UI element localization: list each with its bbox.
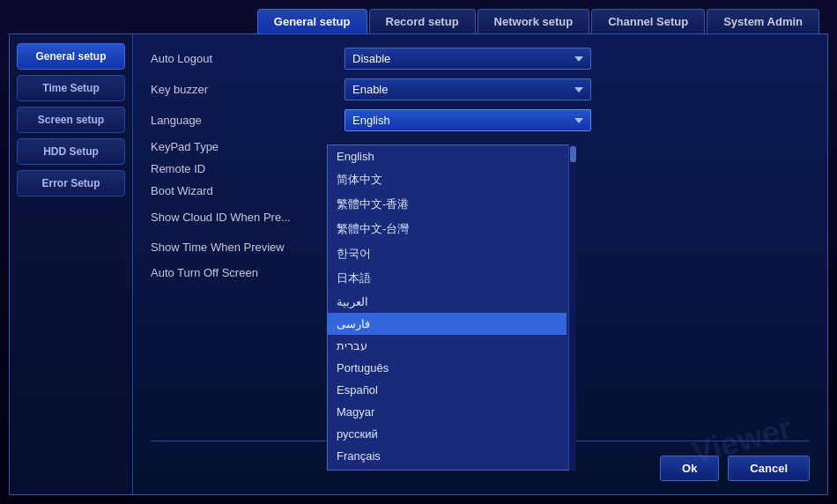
key-buzzer-row: Key buzzer Enable [151, 78, 810, 100]
tab-network[interactable]: Network setup [478, 9, 590, 33]
lang-option-14[interactable]: Deutsch [328, 467, 567, 471]
lang-option-12[interactable]: русский [328, 423, 567, 445]
tab-sysadmin[interactable]: System Admin [707, 9, 819, 33]
lang-list-wrapper: English简体中文繁體中文-香港繁體中文-台灣한국어日本語العربيةفا… [327, 145, 576, 471]
auto-logout-row: Auto Logout Disable [151, 48, 810, 70]
key-buzzer-control: Enable [344, 78, 810, 100]
lang-option-4[interactable]: 한국어 [328, 241, 567, 266]
lang-option-7[interactable]: فارسی [328, 313, 567, 335]
sidebar: General setup Time Setup Screen setup HD… [10, 34, 133, 494]
show-time-label: Show Time When Preview [151, 241, 344, 254]
auto-logout-label: Auto Logout [151, 52, 344, 65]
lang-option-5[interactable]: 日本語 [328, 266, 567, 291]
scrollbar-track [568, 145, 576, 471]
key-buzzer-dropdown-arrow [574, 87, 583, 93]
lang-option-9[interactable]: Português [328, 357, 567, 379]
sidebar-item-general[interactable]: General setup [17, 43, 125, 70]
language-dropdown[interactable]: English [344, 109, 591, 131]
main-content: General setup Time Setup Screen setup HD… [9, 33, 828, 495]
lang-option-0[interactable]: English [328, 145, 567, 167]
sidebar-item-time[interactable]: Time Setup [17, 75, 125, 101]
language-dropdown-menu: English简体中文繁體中文-香港繁體中文-台灣한국어日本語العربيةفا… [327, 145, 576, 471]
lang-option-1[interactable]: 简体中文 [328, 167, 567, 192]
tab-general[interactable]: General setup [257, 9, 367, 33]
tab-bar: General setup Record setup Network setup… [9, 9, 828, 33]
lang-option-2[interactable]: 繁體中文-香港 [328, 192, 567, 217]
lang-option-10[interactable]: Español [328, 379, 567, 401]
show-cloud-label: Show Cloud ID When Pre... [151, 211, 344, 224]
ok-button[interactable]: Ok [660, 456, 719, 481]
boot-wizard-label: Boot Wizard [151, 184, 344, 197]
lang-option-6[interactable]: العربية [328, 291, 567, 313]
remote-id-label: Remote ID [151, 162, 344, 175]
language-dropdown-arrow [574, 118, 583, 123]
lang-option-11[interactable]: Magyar [328, 401, 567, 423]
sidebar-item-hdd[interactable]: HDD Setup [17, 138, 125, 165]
auto-logout-dropdown-arrow [574, 56, 583, 62]
key-buzzer-label: Key buzzer [151, 83, 344, 96]
language-row: Language English [151, 109, 810, 131]
keypad-type-label: KeyPad Type [151, 140, 344, 153]
lang-option-8[interactable]: עברית [328, 335, 567, 357]
right-panel: Auto Logout Disable Key buzzer Enable [133, 34, 827, 494]
lang-option-3[interactable]: 繁體中文-台灣 [328, 217, 567, 241]
lang-option-13[interactable]: Français [328, 445, 567, 467]
sidebar-item-screen[interactable]: Screen setup [17, 107, 125, 133]
auto-turn-off-label: Auto Turn Off Screen [151, 266, 344, 279]
auto-logout-control: Disable [344, 48, 810, 70]
cancel-button[interactable]: Cancel [728, 456, 810, 481]
sidebar-item-error[interactable]: Error Setup [17, 170, 125, 196]
tab-record[interactable]: Record setup [369, 9, 476, 33]
key-buzzer-dropdown[interactable]: Enable [344, 78, 591, 100]
tab-channel[interactable]: Channel Setup [591, 9, 705, 33]
language-label: Language [151, 114, 344, 127]
auto-logout-dropdown[interactable]: Disable [344, 48, 591, 70]
language-control: English [344, 109, 810, 131]
scrollbar-thumb [570, 146, 576, 162]
lang-dropdown-list[interactable]: English简体中文繁體中文-香港繁體中文-台灣한국어日本語العربيةفا… [327, 145, 576, 471]
